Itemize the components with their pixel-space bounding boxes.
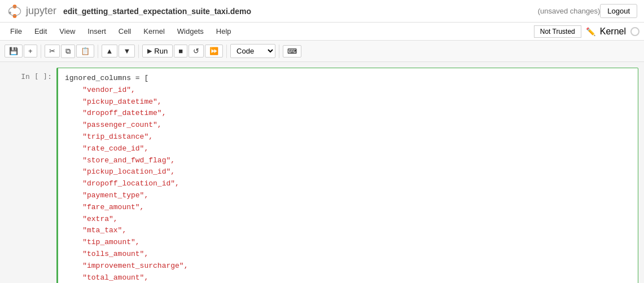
- code-keyword: ignored_columns = [: [65, 74, 148, 82]
- code-string-tip-amount: "tip_amount",: [65, 238, 140, 246]
- add-cell-button[interactable]: +: [24, 45, 37, 58]
- paste-button[interactable]: 📋: [76, 45, 94, 58]
- code-string-tolls-amount: "tolls_amount",: [65, 250, 148, 258]
- code-string-rate-code-id: "rate_code_id",: [65, 144, 148, 153]
- topbar: jupyter edit_getting_started_expectation…: [0, 0, 644, 23]
- run-button[interactable]: ▶ Run: [142, 45, 173, 58]
- menu-help[interactable]: Help: [211, 25, 237, 38]
- copy-button[interactable]: ⧉: [61, 45, 75, 58]
- keyboard-shortcut-button[interactable]: ⌨: [283, 45, 301, 58]
- cell-body[interactable]: ignored_columns = [ "vendor_id", "pickup…: [56, 68, 638, 283]
- code-string-total-amount: "total_amount",: [65, 273, 148, 282]
- menu-widgets[interactable]: Widgets: [172, 25, 209, 38]
- svg-point-0: [13, 5, 17, 8]
- code-string-pickup-location-id: "pickup_location_id",: [65, 167, 175, 176]
- toolbar-separator-2: [98, 45, 98, 58]
- jupyter-logo: jupyter: [7, 3, 56, 19]
- jupyter-brand-text: jupyter: [26, 5, 56, 17]
- stop-button[interactable]: ■: [174, 45, 187, 58]
- code-string-mta-tax: "mta_tax",: [65, 226, 126, 235]
- cell-type-select[interactable]: Code: [230, 44, 275, 58]
- toolbar-separator-1: [41, 45, 41, 58]
- edit-pencil-button[interactable]: ✏️: [586, 27, 595, 36]
- toolbar-separator-5: [279, 45, 279, 58]
- code-string-dropoff-datetime: "dropoff_datetime",: [65, 109, 166, 117]
- not-trusted-button[interactable]: Not Trusted: [534, 25, 581, 38]
- cut-button[interactable]: ✂: [45, 45, 60, 58]
- run-play-icon: ▶: [147, 47, 152, 55]
- code-cell: In [ ]: ignored_columns = [ "vendor_id",…: [6, 68, 638, 283]
- code-string-store-fwd-flag: "store_and_fwd_flag",: [65, 156, 175, 165]
- menu-insert[interactable]: Insert: [82, 25, 112, 38]
- save-button[interactable]: 💾: [5, 45, 23, 58]
- notebook-title[interactable]: edit_getting_started_expectation_suite_t…: [63, 7, 533, 16]
- menu-cell[interactable]: Cell: [113, 25, 137, 38]
- kernel-status-circle: [630, 27, 639, 36]
- code-string-trip-distance: "trip_distance",: [65, 132, 153, 141]
- code-string-pickup-datetime: "pickup_datetime",: [65, 98, 162, 106]
- code-string-improvement-surcharge: "improvement_surcharge",: [65, 262, 188, 270]
- code-string-passenger-count: "passenger_count",: [65, 121, 162, 129]
- toolbar-separator-3: [138, 45, 139, 58]
- menubar: File Edit View Insert Cell Kernel Widget…: [0, 23, 644, 41]
- code-string-dropoff-location-id: "dropoff_location_id",: [65, 179, 179, 188]
- cell-prompt: In [ ]:: [6, 68, 56, 81]
- code-string-vendor-id: "vendor_id",: [65, 86, 135, 94]
- logout-button[interactable]: Logout: [600, 4, 637, 18]
- menu-file[interactable]: File: [5, 25, 28, 38]
- code-string-fare-amount: "fare_amount",: [65, 203, 144, 211]
- toolbar-separator-4: [226, 45, 227, 58]
- code-string-payment-type: "payment_type",: [65, 191, 148, 200]
- code-content[interactable]: ignored_columns = [ "vendor_id", "pickup…: [65, 73, 631, 283]
- move-up-button[interactable]: ▲: [102, 45, 118, 58]
- move-down-button[interactable]: ▼: [119, 45, 135, 58]
- menu-kernel[interactable]: Kernel: [138, 25, 170, 38]
- code-string-extra: "extra",: [65, 215, 118, 223]
- menu-right-section: Not Trusted ✏️ Kernel: [534, 25, 639, 38]
- run-label: Run: [154, 47, 168, 55]
- restart-button[interactable]: ↺: [189, 45, 204, 58]
- unsaved-indicator: (unsaved changes): [538, 7, 601, 15]
- jupyter-logo-icon: [7, 3, 23, 19]
- toolbar: 💾 + ✂ ⧉ 📋 ▲ ▼ ▶ Run ■ ↺ ⏩ Code ⌨: [0, 41, 644, 62]
- menu-view[interactable]: View: [54, 25, 81, 38]
- kernel-label: Kernel: [600, 26, 626, 37]
- restart-run-button[interactable]: ⏩: [205, 45, 223, 58]
- menu-edit[interactable]: Edit: [29, 25, 52, 38]
- svg-point-1: [13, 14, 17, 18]
- main-content: In [ ]: ignored_columns = [ "vendor_id",…: [0, 62, 644, 283]
